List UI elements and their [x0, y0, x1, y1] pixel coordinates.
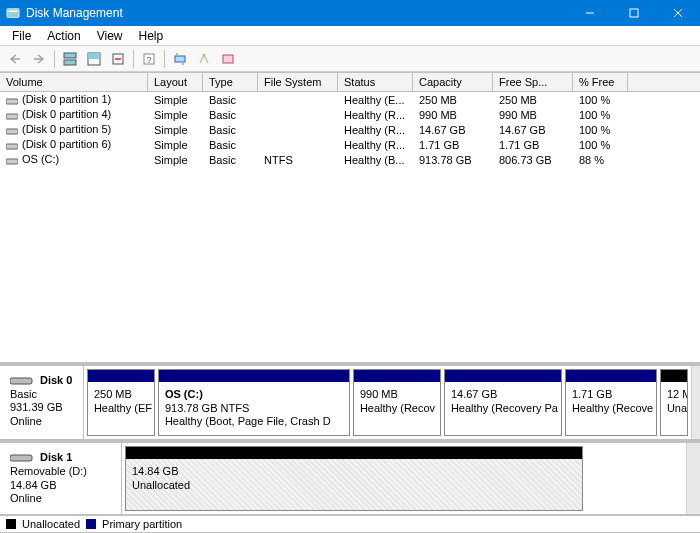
menu-action[interactable]: Action: [39, 27, 88, 45]
svg-rect-21: [6, 129, 18, 134]
table-row[interactable]: (Disk 0 partition 4)SimpleBasicHealthy (…: [0, 107, 700, 122]
minimize-button[interactable]: [568, 0, 612, 26]
disk0-status: Online: [10, 415, 73, 429]
svg-point-17: [203, 53, 206, 56]
scrollbar[interactable]: [691, 366, 700, 439]
svg-rect-11: [88, 53, 100, 59]
col-header-pctfree[interactable]: % Free: [573, 73, 628, 91]
scrollbar[interactable]: [686, 443, 700, 514]
disk1-status: Online: [10, 492, 111, 506]
partition-block[interactable]: OS (C:)913.78 GB NTFSHealthy (Boot, Page…: [158, 369, 350, 436]
disk1-pane: Disk 1 Removable (D:) 14.84 GB Online 14…: [0, 443, 700, 515]
col-header-filesystem[interactable]: File System: [258, 73, 338, 91]
app-icon: [6, 6, 20, 20]
settings-button[interactable]: [107, 48, 129, 70]
col-header-type[interactable]: Type: [203, 73, 258, 91]
legend-label-primary: Primary partition: [102, 518, 182, 530]
action-button[interactable]: [217, 48, 239, 70]
disk0-pane: Disk 0 Basic 931.39 GB Online 250 MBHeal…: [0, 366, 700, 443]
view-top-button[interactable]: [83, 48, 105, 70]
table-row[interactable]: (Disk 0 partition 6)SimpleBasicHealthy (…: [0, 137, 700, 152]
disk1-name: Disk 1: [40, 451, 72, 463]
nav-forward-button[interactable]: [28, 48, 50, 70]
partition-block[interactable]: 250 MBHealthy (EF: [87, 369, 155, 436]
menu-file[interactable]: File: [4, 27, 39, 45]
disk0-type: Basic: [10, 388, 73, 402]
col-header-layout[interactable]: Layout: [148, 73, 203, 91]
legend-swatch-unallocated: [6, 519, 16, 529]
menu-help[interactable]: Help: [131, 27, 172, 45]
nav-back-button[interactable]: [4, 48, 26, 70]
svg-rect-20: [6, 114, 18, 119]
close-button[interactable]: [656, 0, 700, 26]
disk0-name: Disk 0: [40, 374, 72, 386]
svg-rect-18: [223, 55, 233, 63]
disk1-type: Removable (D:): [10, 465, 111, 479]
volume-list: Volume Layout Type File System Status Ca…: [0, 72, 700, 167]
svg-rect-13: [115, 58, 121, 60]
legend-label-unallocated: Unallocated: [22, 518, 80, 530]
disk-map: Disk 0 Basic 931.39 GB Online 250 MBHeal…: [0, 362, 700, 533]
titlebar: Disk Management: [0, 0, 700, 26]
svg-rect-8: [64, 53, 76, 58]
help-button[interactable]: ?: [138, 48, 160, 70]
rescan-button[interactable]: [193, 48, 215, 70]
svg-rect-24: [10, 378, 32, 384]
disk-icon: [10, 453, 36, 463]
partition-block[interactable]: 990 MBHealthy (Recov: [353, 369, 441, 436]
svg-text:?: ?: [146, 55, 151, 65]
svg-rect-0: [7, 9, 19, 18]
svg-rect-19: [6, 99, 18, 104]
disk1-size: 14.84 GB: [10, 479, 111, 493]
svg-rect-23: [6, 159, 18, 164]
refresh-button[interactable]: [169, 48, 191, 70]
table-row[interactable]: (Disk 0 partition 5)SimpleBasicHealthy (…: [0, 122, 700, 137]
legend: Unallocated Primary partition: [0, 515, 700, 533]
col-header-volume[interactable]: Volume: [0, 73, 148, 91]
toolbar: ?: [0, 46, 700, 72]
disk0-info[interactable]: Disk 0 Basic 931.39 GB Online: [0, 366, 84, 439]
menu-view[interactable]: View: [89, 27, 131, 45]
partition-block[interactable]: 14.67 GBHealthy (Recovery Pa: [444, 369, 562, 436]
svg-rect-1: [9, 10, 18, 12]
partition-block[interactable]: 12 MUna: [660, 369, 688, 436]
maximize-button[interactable]: [612, 0, 656, 26]
svg-rect-16: [175, 56, 185, 62]
table-row[interactable]: OS (C:)SimpleBasicNTFSHealthy (B...913.7…: [0, 152, 700, 167]
col-header-status[interactable]: Status: [338, 73, 413, 91]
legend-swatch-primary: [86, 519, 96, 529]
col-header-freespace[interactable]: Free Sp...: [493, 73, 573, 91]
partition-block[interactable]: 1.71 GBHealthy (Recove: [565, 369, 657, 436]
view-both-button[interactable]: [59, 48, 81, 70]
partition-block[interactable]: 14.84 GBUnallocated: [125, 446, 583, 511]
disk1-info[interactable]: Disk 1 Removable (D:) 14.84 GB Online: [0, 443, 122, 514]
disk-icon: [10, 376, 36, 386]
col-header-capacity[interactable]: Capacity: [413, 73, 493, 91]
window-title: Disk Management: [26, 6, 568, 20]
table-row[interactable]: (Disk 0 partition 1)SimpleBasicHealthy (…: [0, 92, 700, 107]
svg-rect-3: [630, 9, 638, 17]
disk0-size: 931.39 GB: [10, 401, 73, 415]
svg-rect-9: [64, 60, 76, 65]
svg-rect-22: [6, 144, 18, 149]
svg-rect-25: [10, 455, 32, 461]
menubar: File Action View Help: [0, 26, 700, 46]
